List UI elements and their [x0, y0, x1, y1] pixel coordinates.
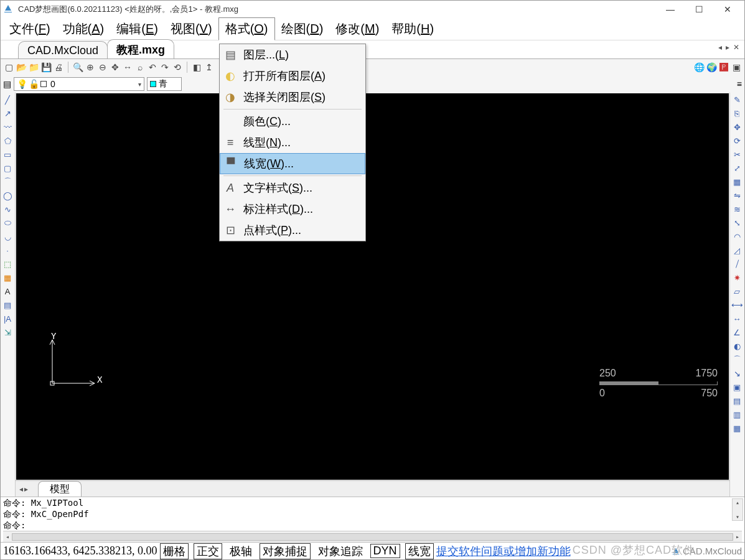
rectangle-icon[interactable]: ▭ [1, 147, 14, 161]
leader-icon[interactable]: ↘ [730, 366, 744, 380]
rectangle2-icon[interactable]: ▢ [1, 161, 14, 175]
menu-file[interactable]: 文件(F) [3, 18, 57, 40]
dim-radius-icon[interactable]: ◐ [730, 339, 744, 353]
tool-r23-icon[interactable]: ▤ [730, 394, 744, 408]
tab-model[interactable]: 模型 [38, 481, 82, 497]
status-otrack[interactable]: 对象追踪 [316, 544, 365, 559]
menu-pointstyle[interactable]: ⊡点样式(P)... [220, 220, 365, 241]
zoom-win-icon[interactable]: 🔍 [72, 62, 83, 73]
menu-color[interactable]: 颜色(C)... [220, 111, 365, 132]
menu-function[interactable]: 功能(A) [57, 18, 111, 40]
tab-close[interactable]: ✕ [732, 43, 741, 52]
scroll-v[interactable]: ▴▾ [732, 498, 743, 521]
zoom-prev-icon[interactable]: ⟲ [172, 62, 183, 73]
tool-r25-icon[interactable]: ▦ [730, 421, 744, 435]
polygon-icon[interactable]: ⬠ [1, 134, 14, 147]
trim-icon[interactable]: ✂ [730, 147, 744, 161]
minimize-button[interactable]: — [656, 1, 685, 18]
arc-icon[interactable]: ⌒ [1, 175, 14, 189]
open2-icon[interactable]: 📁 [28, 62, 39, 73]
layer-select[interactable]: 💡 🔓 0 ▾ [14, 77, 144, 91]
open-icon[interactable]: 📂 [16, 62, 27, 73]
layer-mgr-icon[interactable]: ▤ [3, 79, 11, 89]
tab-mxcloud[interactable]: CAD.MxCloud [18, 41, 108, 58]
measure-icon[interactable]: ↔ [122, 62, 133, 73]
menu-help[interactable]: 帮助(H) [385, 18, 440, 40]
zoom-in-icon[interactable]: ⊕ [85, 62, 96, 73]
polyline-icon[interactable]: 〰 [1, 120, 14, 134]
save-icon[interactable]: 💾 [40, 62, 52, 73]
drawing-canvas[interactable]: Y X 2501750 0750 [16, 93, 729, 480]
dim-angular-icon[interactable]: ∠ [730, 325, 744, 339]
tool-r22-icon[interactable]: ▣ [730, 380, 744, 394]
array-icon[interactable]: ▦ [730, 175, 744, 189]
line-icon[interactable]: ╱ [1, 93, 14, 106]
mtext-icon[interactable]: ▤ [1, 298, 14, 312]
ellipse-icon[interactable]: ⬭ [1, 216, 14, 230]
export-icon[interactable]: ▣ [731, 62, 742, 73]
dim-linear-icon[interactable]: ⟷ [730, 298, 744, 312]
copy-icon[interactable]: ⎘ [730, 106, 744, 120]
ellipse-arc-icon[interactable]: ◡ [1, 230, 14, 243]
menu-edit[interactable]: 编辑(E) [110, 18, 164, 40]
status-grid[interactable]: 栅格 [160, 543, 189, 559]
tab-tutorial[interactable]: 教程.mxg [107, 39, 174, 58]
point-icon[interactable]: · [1, 243, 14, 257]
maximize-button[interactable]: ☐ [685, 1, 713, 18]
lineweight-btn[interactable]: ≡ [737, 79, 742, 89]
status-dyn[interactable]: DYN [370, 544, 400, 558]
status-lweight[interactable]: 线宽 [405, 543, 434, 559]
tab-prev[interactable]: ◂ [717, 43, 723, 52]
status-polar[interactable]: 极轴 [227, 544, 255, 559]
print-icon[interactable]: 🖨 [53, 62, 64, 73]
tool-r24-icon[interactable]: ▥ [730, 408, 744, 421]
status-osnap[interactable]: 对象捕捉 [260, 543, 311, 559]
text-icon[interactable]: A [1, 284, 14, 298]
circle-icon[interactable]: ◯ [1, 189, 14, 202]
erase-icon[interactable]: ▱ [730, 284, 744, 298]
new-icon[interactable]: ▢ [3, 62, 14, 73]
menu-view[interactable]: 视图(V) [164, 18, 218, 40]
menu-open-all-layers[interactable]: ◐打开所有图层(A) [220, 65, 365, 86]
scroll-h[interactable]: ◂▸ [3, 531, 742, 542]
globe-icon[interactable]: 🌍 [706, 62, 717, 73]
menu-linetype[interactable]: ≡线型(N)... [220, 132, 365, 153]
block-icon[interactable]: ⬚ [1, 257, 14, 271]
explode-icon[interactable]: ✷ [730, 271, 744, 284]
offset-icon[interactable]: ≋ [730, 202, 744, 216]
feedback-link[interactable]: 提交软件问题或增加新功能 [436, 544, 571, 559]
pan-icon[interactable]: ✥ [110, 62, 121, 73]
dim-icon[interactable]: |A [1, 312, 14, 325]
zoom-ext-icon[interactable]: ⌕ [134, 62, 146, 73]
tool-b-icon[interactable]: ↥ [204, 62, 215, 73]
ray-icon[interactable]: ↗ [1, 106, 14, 120]
close-button[interactable]: ✕ [713, 1, 742, 18]
vtab-prev[interactable]: ◂ [19, 485, 23, 493]
dim-aligned-icon[interactable]: ↔ [730, 312, 744, 325]
hatch-icon[interactable]: ▦ [1, 271, 14, 284]
tool-a-icon[interactable]: ◧ [191, 62, 202, 73]
break-icon[interactable]: ⧸ [730, 257, 744, 271]
dim-arc-icon[interactable]: ⌒ [730, 353, 744, 366]
extend-icon[interactable]: ⤢ [730, 161, 744, 175]
redo-icon[interactable]: ↷ [159, 62, 171, 73]
pdf-icon[interactable]: 🅿 [718, 62, 729, 73]
menu-textstyle[interactable]: A文字样式(S)... [220, 177, 365, 198]
status-ortho[interactable]: 正交 [194, 543, 222, 559]
tab-next[interactable]: ▸ [724, 43, 731, 52]
scale-icon[interactable]: ⤡ [730, 216, 744, 230]
color-select[interactable]: 青 [147, 77, 182, 91]
menu-format[interactable]: 格式(O) [218, 17, 275, 40]
zoom-out-icon[interactable]: ⊖ [97, 62, 108, 73]
cmd-input[interactable]: 命令: [3, 520, 742, 531]
tool-r1-icon[interactable]: ✎ [730, 93, 744, 106]
move-icon[interactable]: ✥ [730, 120, 744, 134]
undo-icon[interactable]: ↶ [147, 62, 158, 73]
menu-layer[interactable]: ▤图层...(L) [220, 44, 365, 65]
menu-draw[interactable]: 绘图(D) [275, 18, 330, 40]
menu-lineweight[interactable]: ▀线宽(W)... [220, 153, 365, 174]
align-icon[interactable]: ⇲ [1, 325, 14, 339]
rotate-icon[interactable]: ⟳ [730, 134, 744, 147]
fillet-icon[interactable]: ◠ [730, 230, 744, 243]
spline-icon[interactable]: ∿ [1, 202, 14, 216]
